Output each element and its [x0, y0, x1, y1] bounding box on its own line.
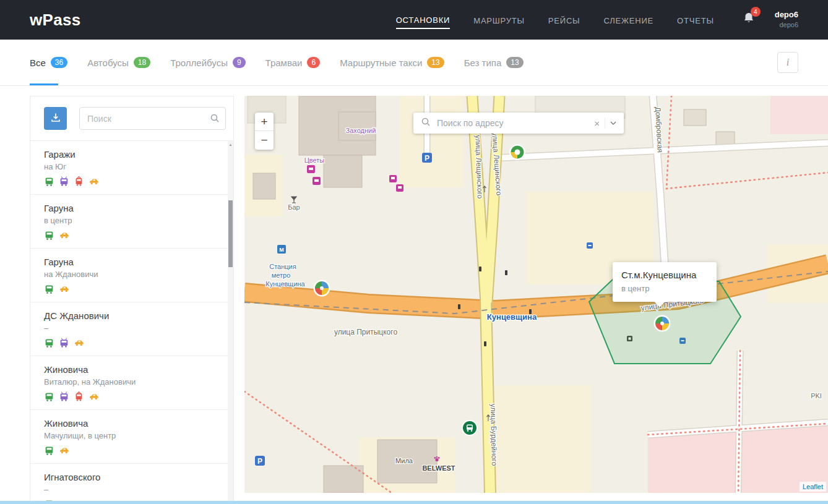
- svg-text:М: М: [279, 247, 284, 253]
- zoom-control: + −: [255, 113, 274, 150]
- map-label: улица Бурдейного: [489, 403, 499, 466]
- stop-name: Игнатовского: [44, 472, 220, 482]
- stop-name: Гаруна: [44, 257, 220, 267]
- map-label: Мила: [395, 457, 413, 464]
- stop-direction: –: [44, 485, 220, 494]
- notification-count-badge: 4: [751, 7, 761, 17]
- content: Гаражина ЮгГарунав центрГарунана Жданови…: [0, 86, 828, 504]
- stop-list-item[interactable]: ДС Ждановичи–: [30, 302, 233, 356]
- transport-icons: [44, 338, 220, 348]
- svg-text:P: P: [257, 457, 262, 466]
- export-button[interactable]: [44, 107, 67, 130]
- address-search: ×: [413, 113, 624, 134]
- taxi-icon: [59, 284, 69, 294]
- popup-direction: в центр: [621, 284, 708, 293]
- filter-tab[interactable]: Все36: [30, 40, 67, 85]
- stop-list-item[interactable]: Гарунав центр: [30, 195, 233, 249]
- stop-list-item[interactable]: ЖиновичаМачулищи, в центр: [30, 410, 233, 464]
- filter-tab-label: Маршрутные такси: [340, 58, 422, 68]
- filter-tab-label: Троллейбусы: [170, 58, 228, 68]
- map-label: Бар: [288, 203, 300, 211]
- map-canvas[interactable]: text.ml { font-family:"Liberation Sans",…: [244, 96, 828, 493]
- nav-item[interactable]: ОТЧЕТЫ: [677, 11, 714, 28]
- transport-icons: [44, 445, 220, 456]
- stop-marker-pie-selected[interactable]: [654, 315, 671, 332]
- filter-tab[interactable]: Без типа13: [464, 40, 524, 85]
- stop-list-item[interactable]: Гаражина Юг: [30, 141, 233, 195]
- main-nav: ОСТАНОВКИМАРШРУТЫРЕЙСЫСЛЕЖЕНИЕОТЧЕТЫ: [396, 11, 714, 29]
- map-label: Кунцевщина: [265, 280, 305, 288]
- map-label: Заходний: [346, 127, 376, 134]
- user-menu[interactable]: depo6 depo6: [775, 10, 798, 29]
- stop-direction: Мачулищи, в центр: [44, 431, 220, 440]
- nav-item[interactable]: ОСТАНОВКИ: [396, 11, 451, 29]
- taxi-icon: [88, 391, 99, 402]
- taxi-icon: [59, 230, 69, 241]
- scroll-up-arrow[interactable]: ▲: [228, 141, 233, 147]
- transport-icons: [44, 284, 220, 294]
- parking-icon: P: [422, 153, 432, 163]
- trolleybus-icon: [59, 338, 69, 348]
- zoom-out-button[interactable]: −: [255, 131, 274, 150]
- bus-icon: [44, 176, 54, 187]
- scroll-thumb[interactable]: [228, 200, 233, 267]
- stop-list-item[interactable]: Гарунана Ждановичи: [30, 249, 233, 302]
- user-org: depo6: [775, 20, 798, 29]
- stop-marker-pie[interactable]: [314, 280, 330, 297]
- info-button[interactable]: i: [777, 52, 798, 73]
- chevron-down-icon[interactable]: [605, 117, 616, 129]
- taxi-icon: [74, 338, 84, 348]
- svg-text:P: P: [425, 154, 429, 163]
- nav-item[interactable]: РЕЙСЫ: [548, 11, 580, 28]
- bus-stop-marker[interactable]: [462, 420, 478, 436]
- transport-icons: [44, 176, 220, 187]
- app-logo: wPass: [30, 11, 80, 30]
- map-attribution[interactable]: Leaflet: [800, 482, 826, 492]
- filter-tab[interactable]: Автобусы18: [87, 40, 150, 85]
- address-search-input[interactable]: [436, 117, 589, 129]
- stop-direction: Виталюр, на Ждановичи: [44, 377, 220, 387]
- trolleybus-icon: [59, 176, 69, 187]
- notifications-button[interactable]: 4: [743, 12, 755, 28]
- filter-tab-label: Все: [30, 58, 46, 68]
- count-badge: 36: [51, 57, 67, 68]
- map-label: PKI: [811, 392, 822, 399]
- top-bar: wPass ОСТАНОВКИМАРШРУТЫРЕЙСЫСЛЕЖЕНИЕОТЧЕ…: [0, 0, 828, 40]
- stops-search: [79, 107, 226, 130]
- filter-bar: Все36Автобусы18Троллейбусы9Трамваи6Маршр…: [0, 40, 828, 86]
- stop-name: Жиновича: [44, 364, 220, 375]
- map-label: Станция: [269, 263, 296, 270]
- stops-list: Гаражина ЮгГарунав центрГарунана Жданови…: [30, 141, 233, 504]
- nav-item[interactable]: МАРШРУТЫ: [473, 11, 525, 28]
- map-label: Кунцевщина: [487, 312, 537, 322]
- zoom-in-button[interactable]: +: [255, 113, 274, 131]
- map[interactable]: text.ml { font-family:"Liberation Sans",…: [244, 96, 828, 493]
- bus-icon: [44, 284, 54, 294]
- parking-icon: P: [255, 456, 265, 466]
- stop-list-item[interactable]: Игнатовского–: [30, 464, 233, 504]
- user-name: depo6: [775, 10, 798, 20]
- filter-tab[interactable]: Троллейбусы9: [170, 40, 245, 85]
- count-badge: 6: [307, 57, 320, 68]
- filter-tab[interactable]: Трамваи6: [265, 40, 321, 85]
- download-icon: [50, 112, 61, 125]
- taxi-icon: [59, 445, 69, 456]
- stops-search-input[interactable]: [79, 107, 226, 130]
- search-icon: [210, 113, 220, 126]
- stop-name: Жиновича: [44, 418, 220, 429]
- stop-marker-green[interactable]: [509, 144, 525, 160]
- stop-direction: –: [44, 323, 220, 333]
- nav-item[interactable]: СЛЕЖЕНИЕ: [603, 11, 653, 28]
- filter-tab[interactable]: Маршрутные такси13: [340, 40, 444, 85]
- transport-icons: [44, 391, 220, 402]
- scrollbar[interactable]: ▲: [228, 141, 233, 504]
- map-base: P P М: [244, 96, 828, 493]
- stop-list-item[interactable]: ЖиновичаВиталюр, на Ждановичи: [30, 356, 233, 410]
- stops-panel: Гаражина ЮгГарунав центрГарунана Жданови…: [30, 96, 234, 504]
- stop-name: Гаражи: [44, 149, 220, 160]
- tram-icon: [74, 176, 84, 187]
- clear-icon[interactable]: ×: [594, 118, 600, 129]
- bus-icon: [44, 391, 54, 402]
- stop-popup: Ст.м.Кунцевщина в центр: [613, 262, 717, 302]
- filter-tab-label: Трамваи: [265, 58, 303, 68]
